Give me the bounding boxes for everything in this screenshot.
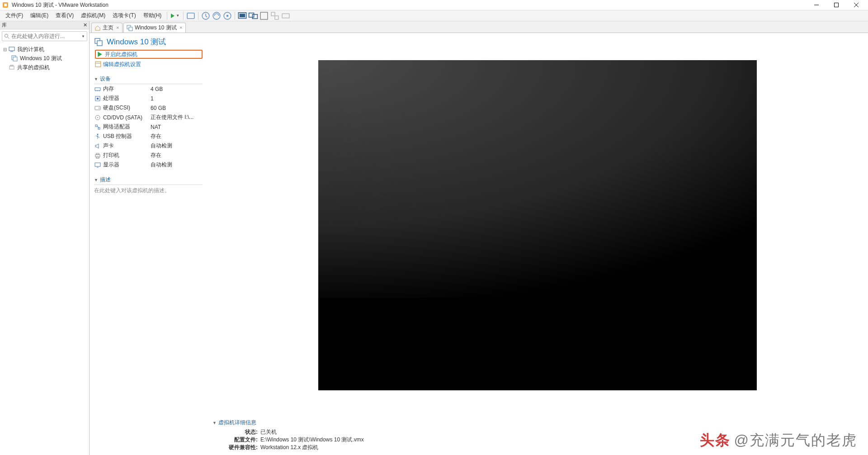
minimize-button[interactable]	[807, 0, 826, 10]
close-button[interactable]	[846, 0, 866, 10]
maximize-button[interactable]	[826, 0, 846, 10]
svg-rect-53	[95, 163, 100, 166]
svg-rect-6	[187, 13, 194, 19]
play-icon	[97, 51, 103, 57]
description-placeholder[interactable]: 在此处键入对该虚拟机的描述。	[94, 185, 203, 196]
network-icon	[94, 123, 101, 131]
library-close-icon[interactable]: ✕	[83, 22, 87, 28]
svg-rect-18	[282, 14, 289, 18]
device-row-memory[interactable]: 内存4 GB	[94, 84, 203, 94]
device-row-disk[interactable]: 硬盘(SCSI)60 GB	[94, 103, 203, 113]
snapshot-manager-button[interactable]	[222, 11, 232, 21]
unity-button[interactable]	[270, 11, 280, 21]
menu-file[interactable]: 文件(F)	[2, 11, 27, 20]
tree-label: 我的计算机	[17, 46, 44, 53]
edit-settings-link[interactable]: 编辑虚拟机设置	[95, 60, 203, 69]
menu-bar: 文件(F) 编辑(E) 查看(V) 虚拟机(M) 选项卡(T) 帮助(H) ▼	[0, 10, 868, 21]
device-row-network[interactable]: 网络适配器NAT	[94, 122, 203, 132]
show-console-button[interactable]	[237, 11, 247, 21]
description-header[interactable]: ▼描述	[94, 176, 203, 185]
menu-tabs[interactable]: 选项卡(T)	[109, 11, 139, 20]
svg-point-42	[97, 117, 98, 118]
device-row-cpu[interactable]: 处理器1	[94, 94, 203, 103]
device-label: USB 控制器	[103, 133, 151, 140]
svg-line-20	[8, 37, 9, 38]
shared-icon	[8, 64, 15, 71]
tab-close-icon[interactable]: ✕	[179, 26, 183, 30]
svg-line-49	[98, 137, 99, 137]
library-search-input[interactable]	[11, 33, 80, 39]
menu-help[interactable]: 帮助(H)	[140, 11, 165, 20]
svg-rect-38	[97, 98, 99, 100]
tree-label: 共享的虚拟机	[17, 64, 50, 71]
device-label: 处理器	[103, 95, 151, 102]
multi-monitor-button[interactable]	[248, 11, 258, 21]
device-row-printer[interactable]: 打印机存在	[94, 151, 203, 160]
detail-value: Workstation 12.x 虚拟机	[260, 444, 318, 451]
device-label: 内存	[103, 85, 151, 93]
sound-icon	[94, 142, 101, 150]
device-row-cd[interactable]: CD/DVD (SATA)正在使用文件 I:\...	[94, 113, 203, 122]
power-on-vm-link[interactable]: 开启此虚拟机	[95, 50, 203, 59]
home-icon	[94, 25, 101, 31]
main-area: 主页 ✕ Windows 10 测试 ✕ Windows 10 测试 开启此虚拟…	[90, 21, 868, 455]
settings-icon	[95, 61, 101, 67]
snapshot-take-button[interactable]	[201, 11, 211, 21]
cpu-icon	[94, 95, 101, 102]
library-header: 库 ✕	[0, 21, 89, 29]
menu-vm[interactable]: 虚拟机(M)	[77, 11, 109, 20]
device-label: 显示器	[103, 161, 151, 169]
chevron-down-icon[interactable]: ▼	[81, 34, 85, 38]
svg-rect-21	[9, 47, 14, 51]
watermark-brand: 头条	[700, 432, 731, 448]
library-search[interactable]: ▼	[2, 31, 87, 41]
device-row-usb[interactable]: USB 控制器存在	[94, 132, 203, 141]
svg-rect-17	[275, 16, 278, 19]
svg-rect-52	[96, 157, 99, 158]
library-panel: 库 ✕ ▼ ⊟ 我的计算机 Windows 10 测试 共享的	[0, 21, 90, 455]
device-value: 60 GB	[151, 105, 166, 111]
tab-close-icon[interactable]: ✕	[116, 26, 119, 30]
svg-rect-25	[9, 66, 14, 69]
devices-header[interactable]: ▼设备	[94, 75, 203, 84]
snapshot-revert-button[interactable]	[212, 11, 222, 21]
vm-icon	[127, 25, 133, 31]
svg-rect-39	[95, 106, 100, 110]
watermark-author: @充满元气的老虎	[734, 432, 857, 448]
stretch-button[interactable]	[281, 11, 291, 21]
svg-point-40	[99, 108, 99, 109]
vm-screen-preview	[318, 60, 757, 390]
svg-rect-1	[4, 4, 7, 6]
tab-label: 主页	[103, 24, 113, 32]
device-value: 存在	[151, 133, 161, 140]
svg-rect-33	[95, 88, 100, 90]
action-label: 开启此虚拟机	[105, 51, 137, 58]
tab-home[interactable]: 主页 ✕	[91, 23, 123, 33]
device-label: 硬盘(SCSI)	[103, 104, 151, 112]
tree-vm-item[interactable]: Windows 10 测试	[1, 54, 88, 63]
power-on-toolbar-button[interactable]: ▼	[169, 14, 181, 18]
usb-icon	[94, 133, 101, 140]
send-ctrl-alt-del-button[interactable]	[186, 11, 196, 21]
device-value: 4 GB	[151, 86, 163, 92]
tree-my-computer[interactable]: ⊟ 我的计算机	[1, 45, 88, 54]
device-row-display[interactable]: 显示器自动检测	[94, 160, 203, 170]
disk-icon	[94, 104, 101, 112]
svg-rect-13	[249, 13, 254, 17]
svg-rect-50	[95, 155, 100, 157]
tab-vm[interactable]: Windows 10 测试 ✕	[123, 23, 186, 33]
svg-rect-26	[10, 65, 13, 66]
svg-rect-28	[129, 27, 132, 31]
menu-view[interactable]: 查看(V)	[52, 11, 77, 20]
svg-rect-24	[13, 57, 17, 61]
vm-details-header[interactable]: ▼虚拟机详细信息	[212, 419, 863, 427]
device-row-sound[interactable]: 声卡自动检测	[94, 141, 203, 151]
tree-shared-vms[interactable]: 共享的虚拟机	[1, 63, 88, 72]
detail-key: 状态:	[226, 428, 258, 436]
menu-edit[interactable]: 编辑(E)	[27, 11, 52, 20]
device-value: 存在	[151, 152, 161, 159]
fullscreen-button[interactable]	[259, 11, 269, 21]
search-icon	[4, 33, 9, 39]
svg-rect-15	[260, 12, 268, 19]
svg-rect-16	[271, 12, 275, 16]
